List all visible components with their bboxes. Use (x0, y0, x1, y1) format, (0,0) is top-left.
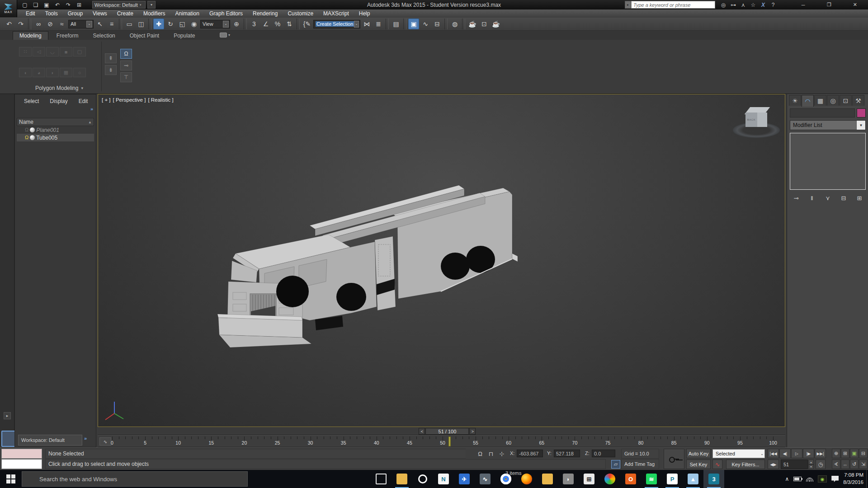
minimize-button[interactable]: ─ (790, 0, 816, 9)
mini-curve-editor-button[interactable]: ∿ (99, 437, 111, 446)
menu-item[interactable]: Customize (283, 9, 318, 18)
undo-button[interactable]: ↶ (4, 19, 14, 29)
key-mode-toggle-button[interactable]: ◀▶ (768, 460, 779, 469)
current-frame-field[interactable]: 51 (781, 460, 808, 469)
auto-key-button[interactable]: Auto Key (686, 449, 711, 458)
align-button[interactable]: ≣ (373, 19, 384, 29)
add-time-tag[interactable]: Add Time Tag (621, 459, 659, 469)
menu-item[interactable]: Graph Editors (204, 9, 248, 18)
previous-frame-arrow[interactable]: < (419, 428, 425, 435)
show-end-result-button[interactable]: ‖ (807, 193, 817, 202)
search-icon[interactable]: ◎ (719, 0, 728, 9)
ribbon-tab[interactable]: Populate (167, 32, 201, 40)
x-coordinate-field[interactable]: -603.867 (517, 450, 543, 457)
field-of-view-button[interactable]: ∢ (832, 460, 840, 469)
key-mode-dropdown[interactable]: Selected ⌄ (712, 449, 765, 458)
time-tag-icon[interactable]: ▱ (611, 460, 620, 469)
spinner-snap-button[interactable]: ⇅ (284, 19, 295, 29)
max-button[interactable]: 3 (703, 470, 724, 488)
store-button[interactable]: ⊞ (579, 470, 599, 488)
polygon-mode-button[interactable]: ■ (60, 47, 72, 56)
preview-off-button[interactable]: ◗ (46, 68, 59, 77)
minimize-panel-button[interactable]: ⊤ (120, 72, 132, 82)
name-column-header[interactable]: Name ▲ (17, 118, 94, 126)
schematic-view-button[interactable]: ⊟ (432, 19, 443, 29)
select-and-rotate-button[interactable]: ↻ (165, 19, 176, 29)
show-desktop-button[interactable] (866, 470, 868, 488)
new-scene-icon[interactable]: ▢ (20, 0, 30, 9)
ribbon-tab[interactable]: Selection (86, 32, 121, 40)
menu-item[interactable]: Create (112, 9, 138, 18)
set-key-button[interactable]: Set Key (686, 460, 711, 469)
help-search-input[interactable] (631, 1, 715, 9)
zoom-extents-all-button[interactable]: ⊟ (859, 449, 868, 458)
undo-icon[interactable]: ↶ (52, 0, 62, 9)
menu-item[interactable]: Edit (21, 9, 40, 18)
preview-subobject-button[interactable]: ◖ (19, 68, 32, 77)
key-filters-button[interactable]: Key Filters... (726, 460, 765, 469)
z-coordinate-field[interactable]: 0.0 (592, 450, 615, 457)
render-setup-button[interactable]: ☕ (467, 19, 478, 29)
material-editor-button[interactable]: ◍ (449, 19, 460, 29)
shift-down-button[interactable]: ⇟ (105, 65, 117, 75)
folder-button[interactable] (537, 470, 558, 488)
snaps-toggle-button[interactable]: 3 (249, 19, 259, 29)
pin-panel-button[interactable]: ⊸ (120, 61, 132, 70)
edit-named-selection-sets-button[interactable]: {✎ (302, 19, 312, 29)
select-and-link-button[interactable]: ∞ (33, 19, 44, 29)
layer-manager-button[interactable]: ▤ (391, 19, 401, 29)
rectangular-selection-region-button[interactable]: ▭ (124, 19, 135, 29)
spinner-up-icon[interactable]: ▴ (808, 460, 814, 465)
exchange-icon[interactable]: X (759, 0, 768, 9)
maxscript-mini-listener-macro[interactable] (1, 449, 42, 459)
viewcube-cube[interactable]: BACK (745, 107, 769, 129)
remove-modifier-button[interactable]: ⊟ (838, 193, 849, 202)
set-keys-button[interactable] (664, 449, 684, 469)
orbit-button[interactable]: ↺ (850, 460, 859, 469)
y-coordinate-field[interactable]: 527.118 (554, 450, 580, 457)
visibility-bulb-icon[interactable]: Ω (25, 135, 28, 140)
ribbon-tab[interactable]: Object Paint (123, 32, 165, 40)
next-frame-arrow[interactable]: > (469, 428, 476, 435)
selection-lock-icon[interactable]: ⊓ (486, 449, 495, 458)
redo-icon[interactable]: ↷ (63, 0, 73, 9)
go-to-start-button[interactable]: |◀◀ (768, 449, 779, 458)
dolby-button[interactable]: ◗ (558, 470, 579, 488)
absolute-mode-icon[interactable]: ⊹ (497, 449, 506, 458)
default-tangent-button[interactable]: ∿ (712, 460, 722, 469)
toolbar-options-button[interactable]: ▾ (147, 1, 156, 9)
edge-mode-button[interactable]: ◁ (33, 47, 45, 56)
modify-tab[interactable]: ◠ (802, 95, 814, 107)
zoom-extents-button[interactable]: ▣ (850, 449, 859, 458)
scene-explorer-overflow-button[interactable]: » (90, 106, 93, 112)
selection-filter-dropdown[interactable]: All⌄ (68, 20, 94, 28)
menu-item[interactable]: Rendering (248, 9, 283, 18)
start-button[interactable] (0, 470, 22, 488)
select-and-scale-button[interactable]: ◱ (177, 19, 188, 29)
scene-explorer-menu[interactable]: Edit (74, 97, 93, 105)
tray-chevron-icon[interactable]: ∧ (785, 476, 789, 482)
truck-model[interactable] (98, 94, 785, 427)
help-icon[interactable]: ? (769, 0, 778, 9)
object-color-swatch[interactable] (857, 108, 866, 117)
menu-item[interactable]: Views (88, 9, 112, 18)
ribbon-tab[interactable]: Modeling (13, 31, 48, 40)
angle-snap-button[interactable]: ∠ (260, 19, 271, 29)
license-key-icon[interactable]: ⊶ (729, 0, 738, 9)
select-by-name-button[interactable]: ≡ (106, 19, 117, 29)
wifi-icon[interactable] (806, 476, 813, 482)
clock[interactable]: 7:08 PM 8/3/2016 (843, 472, 866, 486)
hierarchy-tab[interactable]: ▦ (814, 95, 826, 106)
workspace-dropdown[interactable]: Workspace: Default ▾ (92, 1, 146, 9)
viewcube-side-face[interactable] (757, 113, 767, 127)
shift-up-button[interactable]: ⇞ (105, 53, 117, 63)
previous-frame-button[interactable]: ◀| (779, 449, 791, 458)
utilities-tab[interactable]: ⚒ (852, 95, 864, 106)
select-and-manipulate-button[interactable]: ◉ (189, 19, 199, 29)
picpick-button[interactable]: P (662, 470, 683, 488)
taskbar-search-input[interactable] (22, 471, 248, 487)
isolate-selection-icon[interactable]: Ω (476, 449, 485, 458)
notepad-button[interactable]: N (433, 470, 454, 488)
viewcube[interactable]: BACK (730, 104, 784, 142)
frame-spinner[interactable]: ▴ ▾ (808, 460, 814, 469)
